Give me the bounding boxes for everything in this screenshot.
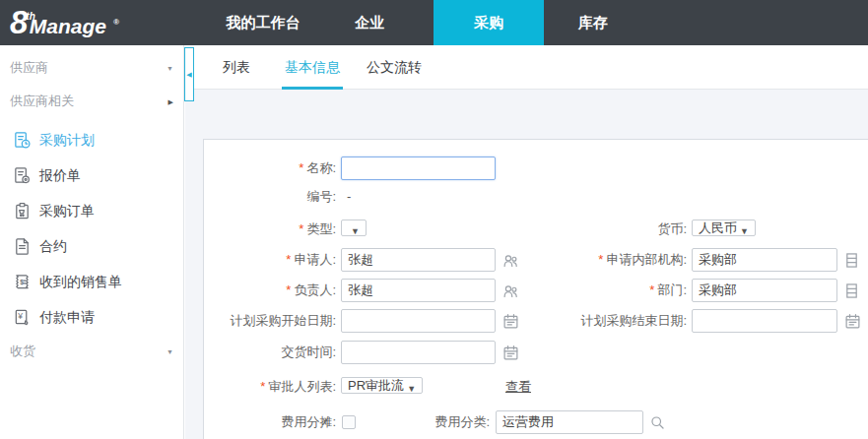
nav-procurement-active[interactable]: 采购 <box>434 0 544 45</box>
svg-text:¥: ¥ <box>17 311 23 321</box>
plan-start-label: 计划采购开始日期: <box>204 309 336 333</box>
plan-start-input[interactable] <box>341 309 496 333</box>
collapse-left-icon: ◀ <box>186 71 191 79</box>
view-approvers-link[interactable]: 查看 <box>505 375 531 399</box>
nav-enterprise[interactable]: 企业 <box>315 0 424 45</box>
nav-my-workspace[interactable]: 我的工作台 <box>199 0 327 45</box>
form-row-owner-department: *负责人: *部门: <box>204 279 868 302</box>
form-row-number: 编号: - <box>204 187 868 207</box>
sidebar-group-supplier[interactable]: 供应商 ▼ <box>0 53 183 83</box>
cost-category-input[interactable] <box>496 410 643 434</box>
form-row-type-currency: *类型: ▼ 货币: 人民币▼ <box>204 218 868 241</box>
tab-basic-info[interactable]: 基本信息 <box>282 45 343 90</box>
workspace-background: *名称: 编号: - *类型: ▼ 货币: 人民币▼ *申请人: <box>185 90 868 439</box>
apply-org-label: *申请内部机构: <box>529 248 687 272</box>
main-content: 列表 基本信息 公文流转 *名称: 编号: - *类型: ▼ <box>185 45 868 439</box>
tab-list[interactable]: 列表 <box>221 45 252 90</box>
type-select[interactable]: ▼ <box>341 220 367 236</box>
delivery-input[interactable] <box>341 341 496 364</box>
sidebar: 供应商 ▼ 供应商相关 ▶ 采购计划 报价单 <box>0 45 184 439</box>
calendar-icon[interactable] <box>502 345 519 361</box>
type-label: *类型: <box>204 218 336 241</box>
department-input[interactable] <box>692 279 837 302</box>
cost-share-label: 费用分摊: <box>204 410 336 434</box>
select-caret-icon: ▼ <box>740 220 749 236</box>
sidebar-item-payment-request[interactable]: ¥ 付款申请 <box>0 299 183 335</box>
chevron-down-icon: ▼ <box>167 338 173 367</box>
contract-icon <box>13 237 32 256</box>
owner-input[interactable] <box>341 279 496 302</box>
approvers-label: *审批人列表: <box>204 375 336 399</box>
sidebar-group-supplier-related[interactable]: 供应商相关 ▶ <box>0 87 183 116</box>
chevron-right-icon: ▶ <box>168 88 173 117</box>
sidebar-item-purchase-order[interactable]: 采购订单 <box>0 193 183 228</box>
sidebar-item-sales-receipt[interactable]: $ 收到的销售单 <box>0 264 183 299</box>
cost-category-label: 费用分类: <box>391 410 490 434</box>
form-row-cost: 费用分摊: 费用分类: <box>204 410 868 434</box>
department-label: *部门: <box>529 279 687 302</box>
sidebar-item-contract[interactable]: 合约 <box>0 228 183 264</box>
top-navigation-bar: 8thManage® 我的工作台 企业 采购 库存 <box>0 0 868 45</box>
quotation-icon <box>13 166 32 185</box>
nav-inventory[interactable]: 库存 <box>544 0 642 45</box>
applicant-label: *申请人: <box>204 248 336 272</box>
currency-select[interactable]: 人民币▼ <box>692 220 756 236</box>
apply-org-input[interactable] <box>692 248 837 272</box>
purchase-plan-icon <box>13 131 32 150</box>
sidebar-collapse-handle[interactable]: ◀ <box>184 47 194 101</box>
chevron-down-icon: ▼ <box>167 54 173 84</box>
owner-label: *负责人: <box>204 279 336 302</box>
org-picker-icon[interactable] <box>844 252 861 269</box>
applicant-input[interactable] <box>341 248 496 272</box>
sidebar-item-purchase-plan[interactable]: 采购计划 <box>0 122 183 157</box>
form-row-delivery: 交货时间: <box>204 341 868 364</box>
calendar-icon[interactable] <box>844 313 861 330</box>
calendar-icon[interactable] <box>502 313 519 330</box>
app-window: 8thManage® 我的工作台 企业 采购 库存 供应商 ▼ 供应商相关 ▶ … <box>0 0 868 439</box>
purchase-order-icon <box>13 202 32 220</box>
payment-request-icon: ¥ <box>13 308 32 327</box>
tab-bar: 列表 基本信息 公文流转 <box>185 45 868 90</box>
sales-receipt-icon: $ <box>13 273 32 291</box>
form-row-applicant-org: *申请人: *申请内部机构: <box>204 248 868 272</box>
form-row-name: *名称: <box>204 157 868 180</box>
plan-end-input[interactable] <box>692 309 837 333</box>
8thmanage-logo: 8thManage® <box>10 4 119 41</box>
form-card: *名称: 编号: - *类型: ▼ 货币: 人民币▼ *申请人: <box>203 139 868 439</box>
search-icon[interactable] <box>649 414 666 431</box>
tab-document-flow[interactable]: 公文流转 <box>365 45 424 90</box>
sidebar-group-receiving[interactable]: 收货 ▼ <box>0 337 183 366</box>
plan-end-label: 计划采购结束日期: <box>529 309 687 333</box>
people-picker-icon[interactable] <box>502 282 519 299</box>
approvers-select[interactable]: PR审批流▼ <box>341 377 423 394</box>
form-row-plan-dates: 计划采购开始日期: 计划采购结束日期: <box>204 309 868 333</box>
select-caret-icon: ▼ <box>351 220 360 236</box>
select-caret-icon: ▼ <box>407 378 416 394</box>
name-input[interactable] <box>341 157 496 180</box>
people-picker-icon[interactable] <box>502 252 519 269</box>
name-label: *名称: <box>204 157 336 180</box>
sidebar-item-quotation[interactable]: 报价单 <box>0 157 183 193</box>
form-row-approvers: *审批人列表: PR审批流▼ 查看 <box>204 375 868 399</box>
number-value: - <box>347 187 351 207</box>
org-picker-icon[interactable] <box>844 282 861 299</box>
currency-label: 货币: <box>529 218 687 241</box>
svg-text:$: $ <box>20 279 24 286</box>
number-label: 编号: <box>204 187 336 211</box>
cost-share-checkbox[interactable] <box>342 415 356 429</box>
delivery-label: 交货时间: <box>204 341 336 364</box>
